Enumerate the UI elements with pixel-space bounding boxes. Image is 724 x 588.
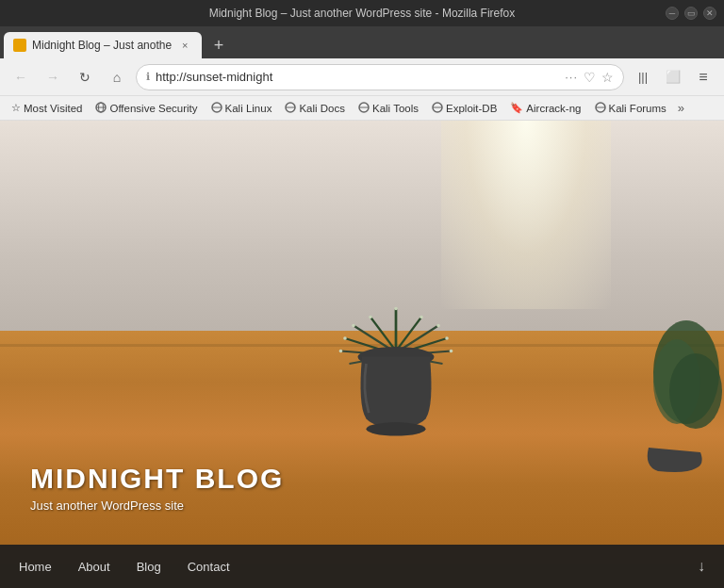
titlebar-controls: ─ ▭ ✕	[666, 7, 716, 20]
bookmark-aircrack-ng[interactable]: 🔖 Aircrack-ng	[504, 100, 586, 116]
menu-icon: ≡	[699, 69, 707, 86]
right-plant-svg	[611, 306, 724, 495]
bookmark-most-visited[interactable]: ☆ Most Visited	[6, 100, 88, 116]
navbar: ← → ↻ ⌂ ℹ http://sunset-midnight ··· ♡ ☆…	[0, 58, 724, 96]
nav-blog-link[interactable]: Blog	[137, 560, 161, 574]
active-tab[interactable]: Midnight Blog – Just anothe ×	[4, 32, 202, 58]
restore-button[interactable]: ▭	[684, 7, 698, 20]
site-nav-links: Home About Blog Contact	[19, 560, 230, 574]
titlebar: Midnight Blog – Just another WordPress s…	[0, 0, 724, 26]
titlebar-title: Midnight Blog – Just another WordPress s…	[209, 7, 516, 20]
right-plant	[611, 306, 724, 495]
bookmarks-panel-icon: |||	[638, 70, 648, 84]
bookmark-kali-docs[interactable]: Kali Docs	[279, 100, 351, 117]
bookmarks-panel-button[interactable]: |||	[630, 64, 656, 90]
hero-subtitle: Just another WordPress site	[30, 498, 284, 513]
tab-close-button[interactable]: ×	[177, 38, 192, 53]
bookmark-label: Kali Tools	[372, 103, 419, 114]
bookmark-star-button[interactable]: ☆	[601, 70, 614, 85]
window-light	[441, 121, 611, 309]
aircrack-ng-icon: 🔖	[510, 102, 523, 114]
bookmark-label: Kali Docs	[299, 103, 345, 114]
svg-line-15	[396, 318, 421, 351]
menu-button[interactable]: ≡	[690, 64, 716, 90]
exploit-db-icon	[432, 102, 443, 115]
nav-contact-link[interactable]: Contact	[188, 560, 230, 574]
home-icon: ⌂	[113, 70, 121, 85]
svg-point-31	[343, 336, 347, 340]
back-icon: ←	[14, 70, 27, 85]
svg-point-29	[352, 324, 355, 328]
bookmark-label: Kali Linux	[225, 103, 272, 114]
svg-point-27	[420, 316, 423, 319]
synced-tabs-icon: ⬜	[666, 70, 681, 84]
svg-point-36	[367, 422, 426, 435]
tabbar: Midnight Blog – Just anothe × +	[0, 26, 724, 58]
hero-text-container: MIDNIGHT BLOG Just another WordPress sit…	[30, 463, 284, 513]
tab-favicon	[13, 39, 26, 52]
svg-point-33	[339, 350, 343, 353]
bookmark-label: Aircrack-ng	[526, 103, 581, 114]
main-plant	[311, 287, 481, 457]
pocket-button[interactable]: ♡	[584, 70, 596, 85]
bookmark-label: Offensive Security	[109, 103, 197, 114]
address-more-button[interactable]: ···	[565, 70, 578, 84]
offensive-security-icon	[95, 102, 107, 115]
bookmark-label: Exploit-DB	[446, 103, 497, 114]
bookmark-offensive-security[interactable]: Offensive Security	[90, 100, 203, 117]
svg-line-14	[370, 318, 396, 351]
website-content: MIDNIGHT BLOG Just another WordPress sit…	[0, 121, 724, 588]
new-tab-button[interactable]: +	[206, 32, 232, 58]
nav-right-controls: ||| ⬜ ≡	[630, 64, 716, 90]
bookmark-kali-tools[interactable]: Kali Tools	[353, 100, 424, 117]
plant-svg	[311, 287, 481, 457]
tab-title: Midnight Blog – Just anothe	[32, 39, 172, 52]
hero-title: MIDNIGHT BLOG	[30, 463, 284, 495]
svg-point-39	[669, 353, 722, 429]
nav-about-link[interactable]: About	[78, 560, 110, 574]
kali-linux-icon	[211, 102, 222, 115]
bookmark-exploit-db[interactable]: Exploit-DB	[426, 100, 502, 117]
nav-home-link[interactable]: Home	[19, 560, 52, 574]
site-nav: Home About Blog Contact ↓	[0, 545, 724, 588]
kali-tools-icon	[358, 102, 370, 115]
back-button[interactable]: ←	[8, 64, 34, 90]
svg-point-26	[369, 316, 372, 319]
most-visited-icon: ☆	[11, 102, 21, 114]
address-bar[interactable]: ℹ http://sunset-midnight ··· ♡ ☆	[136, 64, 624, 90]
svg-point-30	[436, 324, 440, 328]
hero-background	[0, 121, 724, 588]
kali-docs-icon	[285, 102, 296, 115]
close-button[interactable]: ✕	[703, 7, 716, 20]
bookmark-label: Most Visited	[24, 103, 82, 114]
bookmark-label: Kali Forums	[609, 103, 666, 114]
lock-icon: ℹ	[146, 71, 150, 83]
kali-forums-icon	[595, 102, 606, 115]
reload-button[interactable]: ↻	[72, 64, 98, 90]
url-text: http://sunset-midnight	[156, 70, 559, 84]
svg-point-32	[445, 336, 449, 340]
synced-tabs-button[interactable]: ⬜	[660, 64, 686, 90]
reload-icon: ↻	[79, 70, 90, 85]
minimize-button[interactable]: ─	[666, 7, 679, 20]
scroll-down-button[interactable]: ↓	[698, 558, 705, 575]
bookmark-kali-linux[interactable]: Kali Linux	[206, 100, 278, 117]
forward-button[interactable]: →	[40, 64, 66, 90]
svg-point-34	[450, 350, 453, 353]
bookmark-kali-forums[interactable]: Kali Forums	[589, 100, 672, 117]
forward-icon: →	[46, 70, 59, 85]
bookmarks-bar: ☆ Most Visited Offensive Security Kali L…	[0, 96, 724, 121]
bookmarks-more-button[interactable]: »	[674, 99, 688, 117]
svg-point-28	[394, 307, 398, 311]
home-button[interactable]: ⌂	[104, 64, 130, 90]
